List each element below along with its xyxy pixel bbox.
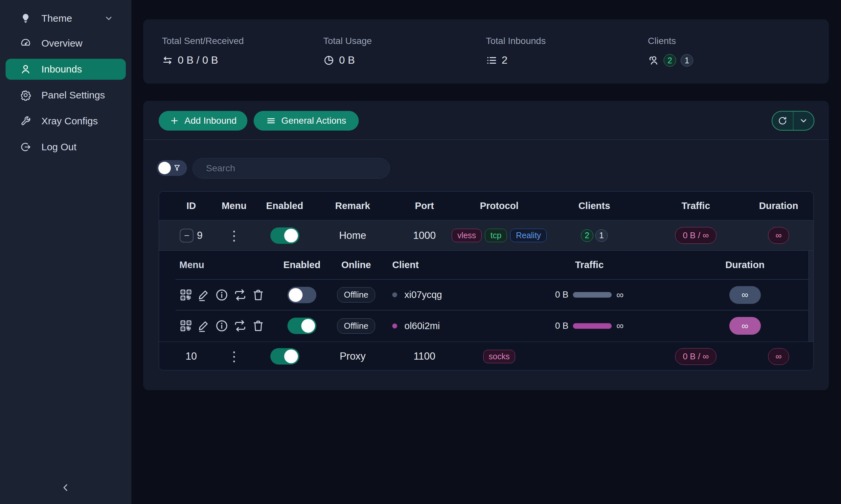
protocol-tag: socks	[483, 350, 515, 363]
clients-total-badge: 1	[595, 229, 608, 242]
general-actions-label: General Actions	[281, 115, 346, 126]
general-actions-button[interactable]: General Actions	[254, 111, 359, 131]
stat-clients: Clients 2 1	[648, 36, 693, 67]
sidebar-item-xray-configs[interactable]: Xray Configs	[5, 111, 126, 131]
subcol-header-online: Online	[330, 259, 382, 270]
col-header-port: Port	[391, 200, 458, 211]
subtable-header-row: Menu Enabled Online Client Traffic Durat…	[175, 251, 808, 280]
toggle-knob	[289, 288, 303, 302]
col-header-protocol: Protocol	[458, 200, 540, 211]
sidebar-item-label: Overview	[41, 38, 83, 49]
col-header-clients: Clients	[540, 200, 649, 211]
sidebar-item-label: Panel Settings	[41, 90, 105, 101]
client-status-dot	[392, 292, 397, 297]
client-enabled-toggle[interactable]	[288, 318, 316, 334]
theme-label: Theme	[41, 13, 72, 24]
inbound-enabled-toggle[interactable]	[270, 228, 299, 244]
col-header-enabled: Enabled	[255, 200, 315, 211]
inbound-id: 10	[186, 350, 197, 362]
traffic-progress-bar	[573, 323, 612, 329]
sidebar-collapse-button[interactable]	[56, 480, 75, 495]
stat-value: 0 B / 0 B	[178, 54, 218, 66]
menu-lines-icon	[266, 116, 276, 126]
sub-rail	[809, 251, 813, 342]
refresh-split-button	[772, 111, 814, 131]
inbounds-table: ID Menu Enabled Remark Port Protocol Cli…	[159, 191, 814, 371]
refresh-dropdown-button[interactable]	[793, 111, 814, 130]
clients-subtable: Menu Enabled Online Client Traffic Durat…	[175, 251, 809, 342]
clients-online-badge: 2	[664, 54, 676, 67]
online-status-badge: Offline	[337, 318, 376, 334]
chevron-down-icon	[799, 116, 808, 125]
stat-label: Total Inbounds	[486, 36, 546, 46]
search-input[interactable]	[192, 158, 390, 179]
sidebar-item-label: Log Out	[41, 141, 76, 152]
filter-toggle[interactable]	[157, 160, 187, 176]
row-menu-button[interactable]: ⋮	[228, 229, 241, 242]
duration-pill: ∞	[768, 348, 789, 365]
list-icon	[486, 55, 497, 66]
qr-code-icon[interactable]	[179, 319, 192, 332]
theme-selector[interactable]: Theme	[5, 8, 126, 29]
sidebar-item-panel-settings[interactable]: Panel Settings	[5, 85, 126, 106]
toggle-knob	[284, 229, 298, 242]
inbounds-panel: Add Inbound General Actions	[143, 101, 829, 390]
table-row: − 9 ⋮ Home 1000 vless tcp Reality 2 1 0 …	[159, 220, 813, 251]
sidebar-item-inbounds[interactable]: Inbounds	[5, 59, 126, 80]
protocol-tag: vless	[452, 229, 482, 242]
qr-code-icon[interactable]	[179, 288, 192, 302]
client-row: Offline ol60i2mi 0 B ∞ ∞	[175, 310, 808, 341]
col-header-id: ID	[159, 200, 213, 211]
sidebar-item-log-out[interactable]: Log Out	[5, 137, 126, 158]
inbound-enabled-toggle[interactable]	[270, 348, 299, 364]
table-row: 10 ⋮ Proxy 1100 socks 0 B / ∞ ∞	[159, 342, 813, 371]
traffic-cap: ∞	[616, 289, 623, 301]
logout-icon	[20, 141, 32, 152]
sidebar-item-overview[interactable]: Overview	[5, 33, 126, 54]
gauge-icon	[20, 38, 32, 49]
col-header-duration: Duration	[743, 200, 814, 211]
traffic-cap: ∞	[616, 320, 623, 332]
sidebar-item-label: Inbounds	[41, 64, 82, 75]
divider	[143, 140, 829, 140]
edit-icon[interactable]	[197, 319, 210, 332]
refresh-button[interactable]	[772, 111, 793, 130]
subcol-header-traffic: Traffic	[497, 259, 681, 270]
toggle-knob	[284, 349, 298, 363]
stat-value: 0 B	[339, 54, 355, 66]
subcol-header-duration: Duration	[681, 259, 808, 270]
bulb-icon	[20, 13, 32, 24]
inbound-port: 1100	[391, 350, 458, 362]
clients-online-badge: 2	[581, 229, 593, 242]
plus-icon	[170, 116, 179, 126]
stat-label: Total Sent/Received	[162, 36, 244, 46]
row-menu-button[interactable]: ⋮	[228, 350, 241, 363]
user-icon	[20, 64, 32, 75]
duration-pill: ∞	[729, 317, 761, 335]
collapse-row-button[interactable]: −	[180, 229, 193, 242]
col-header-menu: Menu	[213, 200, 255, 211]
inbound-remark: Home	[315, 230, 391, 241]
info-icon[interactable]	[215, 319, 229, 333]
stat-label: Clients	[648, 36, 693, 46]
client-name: xi07ycqg	[405, 289, 442, 300]
add-inbound-button[interactable]: Add Inbound	[159, 111, 247, 131]
delete-icon[interactable]	[252, 319, 265, 332]
subcol-header-menu: Menu	[175, 259, 274, 270]
sidebar-item-label: Xray Configs	[41, 115, 98, 127]
info-icon[interactable]	[215, 288, 229, 302]
stat-total-usage: Total Usage 0 B	[323, 36, 372, 66]
reset-traffic-icon[interactable]	[233, 319, 247, 333]
pie-chart-icon	[323, 55, 334, 66]
edit-icon[interactable]	[197, 288, 210, 302]
sidebar: Theme Overview Inbounds Panel Settings	[0, 0, 132, 504]
delete-icon[interactable]	[252, 288, 265, 302]
client-enabled-toggle[interactable]	[288, 287, 316, 303]
inbound-port: 1000	[391, 230, 458, 241]
reset-traffic-icon[interactable]	[233, 288, 247, 302]
client-row: Offline xi07ycqg 0 B ∞ ∞	[175, 280, 808, 310]
stat-total-sent-received: Total Sent/Received 0 B / 0 B	[162, 36, 244, 66]
subcol-header-client: Client	[382, 259, 497, 270]
traffic-pill: 0 B / ∞	[675, 348, 716, 365]
col-header-traffic: Traffic	[649, 200, 743, 211]
